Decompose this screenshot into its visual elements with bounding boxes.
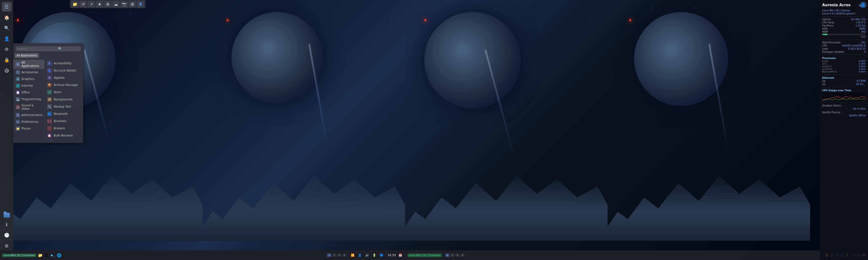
dock-refresh-btn[interactable]: ↺ bbox=[80, 1, 87, 7]
sidebar-power-btn[interactable]: ⏻ bbox=[2, 66, 11, 75]
dock-add-btn[interactable]: ⊕ bbox=[104, 1, 112, 7]
category-sound[interactable]: 🔊 Sound & Video bbox=[13, 103, 44, 112]
right-desktop-scene-1 bbox=[405, 0, 608, 250]
category-accessories[interactable]: ◯ Accessories bbox=[13, 69, 44, 76]
app-backup-tool[interactable]: 🔧 Backup Tool bbox=[44, 103, 83, 110]
app-menu-tab-all[interactable]: All Applications bbox=[15, 53, 39, 58]
app-brackets[interactable]: { } Brackets bbox=[44, 117, 83, 125]
sidebar-home-btn[interactable]: 🏠 bbox=[2, 12, 11, 22]
workspace-1[interactable]: 1 bbox=[327, 254, 331, 257]
app-backgrounds-icon: 🖼 bbox=[47, 97, 52, 102]
app-menu-search-container: 🔍 bbox=[16, 46, 81, 51]
right-workspace-3[interactable]: 3 bbox=[455, 254, 460, 257]
sip-cpu-label: CPU bbox=[822, 44, 827, 47]
cat-internet-icon: 🌐 bbox=[16, 83, 20, 88]
app-bluetooth[interactable]: 🔵 Bluetooth bbox=[44, 110, 83, 117]
cat-graphics-label: Graphics bbox=[22, 77, 34, 81]
workspace-switcher: 1 2 3 4 bbox=[327, 254, 346, 257]
taskbar-menu-icon[interactable]: ☰ bbox=[44, 252, 50, 258]
process-row-3: pcmanfm 0.06% bbox=[822, 68, 866, 70]
mountains-left bbox=[0, 169, 203, 241]
sip-total-procs-value: 261 bbox=[861, 41, 866, 44]
sip-avatar[interactable]: 👤 bbox=[860, 1, 867, 8]
sip-hdd-value: 349G bbox=[859, 28, 866, 30]
sip-packages-label: Packages Updates bbox=[822, 50, 844, 53]
tray-battery-icon[interactable]: 🔋 bbox=[371, 252, 377, 258]
sidebar-extra-btn[interactable]: ⊞ bbox=[2, 241, 11, 250]
app-account-icon: 👤 bbox=[47, 68, 52, 73]
sip-dropbox-value: Up to date bbox=[822, 107, 866, 110]
cat-prog-label: Programming bbox=[22, 98, 41, 101]
app-accessibility[interactable]: ♿ Accessibility bbox=[44, 60, 83, 67]
cat-sound-label: Sound & Video bbox=[22, 104, 42, 111]
proc-value-0: 0.26% bbox=[859, 60, 866, 62]
app-archive-manager[interactable]: 📦 Archive Manager bbox=[44, 81, 83, 88]
sip-total-procs-row: Total Processes 261 bbox=[822, 41, 866, 44]
app-brasero[interactable]: 🎵 Brasero bbox=[44, 125, 83, 132]
proc-name-0: konky bbox=[822, 60, 829, 62]
right-workspace-2[interactable]: 2 bbox=[450, 254, 455, 257]
mountains-right bbox=[203, 169, 405, 241]
right-workspace-1[interactable]: 1 bbox=[445, 254, 450, 257]
tray-bluetooth-icon[interactable]: 🔵 bbox=[378, 252, 384, 258]
category-graphics[interactable]: 🖥 Graphics bbox=[13, 76, 44, 82]
dock-cloud-btn[interactable]: ☁ bbox=[112, 1, 120, 7]
sip-dropbox-label: Dropbox Status : bbox=[822, 104, 842, 107]
app-bulk-rename[interactable]: 📋 Bulk Rename bbox=[44, 132, 83, 139]
tray-user-icon[interactable]: 👤 bbox=[357, 252, 363, 258]
tray-volume-icon[interactable]: 🔊 bbox=[364, 252, 370, 258]
cat-internet-label: Internet bbox=[22, 84, 33, 87]
taskbar-terminal-icon[interactable]: ▶_ bbox=[50, 252, 56, 258]
sidebar-menu-btn[interactable]: ☰ bbox=[2, 2, 11, 11]
app-backgrounds[interactable]: 🖼 Backgrounds bbox=[44, 96, 83, 103]
dock-star-btn[interactable]: ★ bbox=[96, 1, 103, 7]
app-applets[interactable]: ⚙ Applets bbox=[44, 74, 83, 81]
category-office[interactable]: 📄 Office bbox=[13, 89, 44, 96]
dock-files-btn[interactable]: 📁 bbox=[71, 1, 79, 7]
right-workspace-4[interactable]: 4 bbox=[460, 254, 465, 257]
sidebar-folder-btn[interactable] bbox=[2, 212, 11, 219]
sidebar-time-btn[interactable]: 🕐 bbox=[2, 230, 11, 240]
dock-s-btn[interactable]: S bbox=[137, 1, 144, 7]
sip-eth-down-row: Up 60 Do... bbox=[822, 83, 866, 85]
sip-divider-6 bbox=[822, 103, 866, 103]
sip-packages-value: 0 bbox=[864, 50, 866, 53]
category-places[interactable]: 📁 Places bbox=[13, 125, 44, 132]
sidebar-user-btn[interactable]: 👤 bbox=[2, 34, 11, 43]
app-account-details[interactable]: 👤 Account details bbox=[44, 67, 83, 74]
sip-uptime-value: 0h 48m 13s bbox=[851, 18, 866, 21]
taskbar-calendar-icon[interactable]: 📅 bbox=[397, 252, 403, 258]
sidebar-lock-btn[interactable]: 🔒 bbox=[2, 55, 11, 65]
app-menu-search-icon[interactable]: 🔍 bbox=[58, 47, 62, 50]
sidebar-search-btn[interactable]: 🔍 bbox=[2, 23, 11, 33]
tray-network-icon[interactable]: 📶 bbox=[350, 252, 355, 258]
sip-total-procs-label: Total Processes bbox=[822, 41, 840, 44]
workspace-3[interactable]: 3 bbox=[337, 254, 341, 257]
app-atom[interactable]: ⚛ Atom bbox=[44, 88, 83, 96]
taskbar-time[interactable]: 16:59 bbox=[388, 254, 396, 257]
category-internet[interactable]: 🌐 Internet bbox=[13, 82, 44, 89]
sip-spotify-label: Spotify Playing : bbox=[822, 111, 842, 114]
dock-grid-btn[interactable]: ⊞ bbox=[129, 1, 136, 7]
taskbar-browser-icon[interactable]: 🌐 bbox=[56, 252, 62, 258]
category-all[interactable]: ☰ All Applications bbox=[13, 60, 44, 69]
sidebar-settings-btn[interactable]: ⚙ bbox=[2, 44, 11, 54]
category-administration[interactable]: ⚙ Administration bbox=[13, 112, 44, 118]
workspace-2[interactable]: 2 bbox=[332, 254, 336, 257]
app-calculator[interactable]: 🔢 Calculator bbox=[44, 139, 83, 141]
app-menu-search-input[interactable] bbox=[17, 47, 58, 50]
category-preferences[interactable]: ⚙ Preferences bbox=[13, 118, 44, 125]
taskbar-folder-icon[interactable]: 📁 bbox=[37, 252, 43, 258]
sip-uptime-row: Uptime 0h 48m 13s bbox=[822, 18, 866, 21]
workspace-4[interactable]: 4 bbox=[342, 254, 346, 257]
sip-hdd-label: HDD bbox=[822, 28, 828, 30]
sip-mem-label: MEM bbox=[822, 31, 828, 33]
app-account-label: Account details bbox=[54, 69, 76, 72]
cat-prefs-label: Preferences bbox=[22, 120, 38, 123]
category-programming[interactable]: 💻 Programming bbox=[13, 96, 44, 103]
dock-camera-btn[interactable]: 📷 bbox=[121, 1, 128, 7]
sidebar-info-btn[interactable]: ℹ bbox=[2, 220, 11, 229]
dock-forward-btn[interactable]: ↗ bbox=[88, 1, 95, 7]
proc-value-2: 0.06% bbox=[859, 65, 866, 68]
sip-load-label: Load bbox=[822, 47, 828, 50]
